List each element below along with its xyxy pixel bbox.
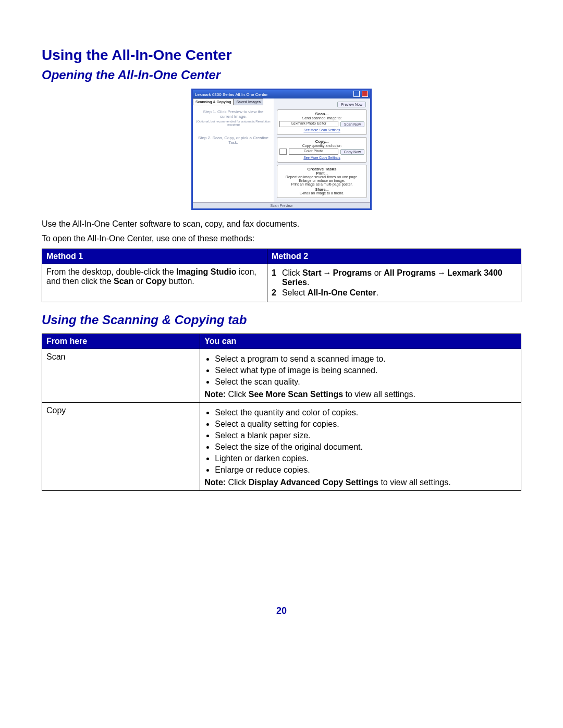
intro-paragraph-2: To open the All-In-One Center, use one o… — [42, 234, 521, 243]
copy-section: Copy... Copy quantity and color: Color P… — [277, 137, 367, 163]
creative-t4: E-mail an image to a friend. — [279, 191, 364, 195]
sc-row1-content: Select a program to send a scanned image… — [200, 349, 521, 403]
m2-s2-post: . — [376, 288, 378, 297]
list-item: Lighten or darken copies. — [215, 454, 517, 463]
note-post: to view all settings. — [378, 478, 451, 487]
minimize-icon — [353, 91, 360, 97]
m2-s1-click: Click — [282, 268, 302, 277]
note-label: Note: — [204, 478, 228, 487]
step1-text: Step 1. Click Preview to view the curren… — [196, 109, 271, 119]
list-item: Select the size of the original document… — [215, 442, 517, 452]
tab-saved-images: Saved Images — [234, 98, 263, 105]
m2-s1-programs: Programs — [333, 268, 372, 277]
heading-2-scanning: Using the Scanning & Copying tab — [42, 313, 521, 327]
creative-section: Creative Tasks Print... Repeat an image … — [277, 165, 367, 198]
note-post: to view all settings. — [343, 390, 415, 399]
m2-s2-pre: Select — [282, 288, 308, 297]
list-item: Select the scan quality. — [215, 377, 517, 387]
copy-now-button: Copy Now — [340, 149, 364, 155]
creative-print: Print... — [279, 171, 364, 175]
m1-bold-copy: Copy — [145, 277, 166, 286]
scan-select: Lexmark Photo Editor — [279, 121, 338, 127]
list-item: Select a quality setting for copies. — [215, 419, 517, 429]
sc-row2-label: Copy — [42, 403, 200, 491]
step2-text: Step 2. Scan, Copy, or pick a Creative T… — [196, 135, 271, 145]
m1-bold-imaging: Imaging Studio — [176, 267, 237, 276]
scan-sub: Send scanned image to: — [279, 116, 364, 120]
note-bold: Display Advanced Copy Settings — [249, 478, 378, 487]
creative-t2: Enlarge or reduce an image. — [279, 179, 364, 182]
m1-pre: From the desktop, double-click the — [46, 267, 176, 276]
creative-share: Share... — [279, 188, 364, 191]
sc-row1-note: Note: Click See More Scan Settings to vi… — [204, 390, 517, 399]
copy-sub: Copy quantity and color: — [279, 144, 364, 147]
list-item: Enlarge or reduce copies. — [215, 465, 517, 475]
list-item: Select what type of image is being scann… — [215, 366, 517, 375]
sc-header-2: You can — [200, 334, 521, 349]
sc-row1-label: Scan — [42, 349, 200, 403]
list-item: Select a blank paper size. — [215, 431, 517, 440]
note-bold: See More Scan Settings — [249, 390, 343, 399]
m2-s2-bold: All-In-One Center — [308, 288, 376, 297]
page-number: 20 — [42, 606, 521, 616]
app-window: Lexmark 6300 Series All-In-One Center Sc… — [191, 89, 372, 210]
methods-header-1: Method 1 — [42, 249, 267, 264]
scan-section: Scan... Send scanned image to: Lexmark P… — [277, 109, 367, 135]
m2-s1-period: . — [307, 278, 309, 287]
m2-step-1: 1 Click Start→Programs or All Programs→L… — [272, 268, 517, 287]
window-title: Lexmark 6300 Series All-In-One Center — [195, 92, 268, 97]
intro-paragraph-1: Use the All-In-One Center software to sc… — [42, 219, 521, 229]
screenshot-figure: Lexmark 6300 Series All-In-One Center Sc… — [42, 89, 521, 210]
note-label: Note: — [204, 390, 228, 399]
sc-row2-note: Note: Click Display Advanced Copy Settin… — [204, 478, 517, 487]
m2-s1-start: Start — [302, 268, 321, 277]
list-item: Select the quantity and color of copies. — [215, 408, 517, 417]
scan-now-button: Scan Now — [340, 121, 364, 127]
sc-header-1: From here — [42, 334, 200, 349]
copy-select: Color Photo — [289, 149, 338, 155]
sc-row2-content: Select the quantity and color of copies.… — [200, 403, 521, 491]
scan-copy-table: From here You can Scan Select a program … — [42, 334, 521, 491]
methods-header-2: Method 2 — [267, 249, 521, 264]
close-icon — [362, 91, 368, 97]
window-titlebar: Lexmark 6300 Series All-In-One Center — [193, 90, 370, 98]
m2-s1-or: or — [372, 268, 384, 277]
tab-scanning-copying: Scanning & Copying — [193, 98, 234, 105]
note-mid: Click — [228, 478, 249, 487]
scan-preview-footer: Scan Preview — [193, 202, 370, 208]
m1-or: or — [133, 277, 145, 286]
method-1-cell: From the desktop, double-click the Imagi… — [42, 264, 267, 302]
scan-more-link: See More Scan Settings — [279, 128, 364, 132]
note-mid: Click — [228, 390, 249, 399]
m2-s1-allprograms: All Programs — [384, 268, 436, 277]
m1-bold-scan: Scan — [114, 277, 133, 286]
creative-label: Creative Tasks — [279, 167, 364, 171]
heading-2-opening: Opening the All-In-One Center — [42, 68, 521, 82]
list-item: Select a program to send a scanned image… — [215, 354, 517, 364]
creative-t3: Print an image as a multi-page poster. — [279, 182, 364, 186]
m1-post: button. — [166, 277, 194, 286]
heading-1: Using the All-In-One Center — [42, 47, 521, 64]
copy-label: Copy... — [279, 139, 364, 144]
scan-label: Scan... — [279, 112, 364, 116]
arrow-icon: → — [321, 268, 333, 278]
methods-table: Method 1 Method 2 From the desktop, doub… — [42, 249, 521, 302]
creative-t1: Repeat an image several times on one pag… — [279, 175, 364, 179]
method-2-cell: 1 Click Start→Programs or All Programs→L… — [267, 264, 521, 302]
m2-step-2: 2 Select All-In-One Center. — [272, 288, 517, 298]
arrow-icon: → — [436, 268, 447, 278]
copy-more-link: See More Copy Settings — [279, 156, 364, 159]
preview-now-button: Preview Now — [337, 102, 366, 107]
copy-qty — [279, 149, 287, 155]
step1-sub: (Optional, but recommended for automatic… — [196, 120, 271, 126]
